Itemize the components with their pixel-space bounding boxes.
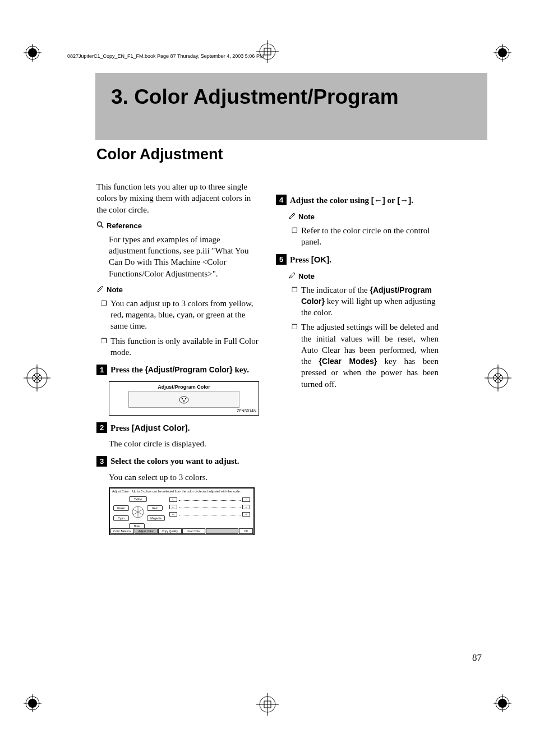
crop-mark [24, 44, 41, 62]
crop-mark [24, 365, 50, 391]
screenshot-header-left: Adjust Color [112, 490, 129, 493]
right-arrow-button[interactable]: → [242, 497, 250, 502]
step-4: 4 Adjust the color using [←] or [→]. [276, 195, 439, 206]
crop-mark [256, 693, 279, 716]
note-header: Note [288, 271, 439, 282]
button-label: [OK] [311, 255, 330, 264]
note-bullet: ❒ You can adjust up to 3 colors from yel… [101, 298, 259, 332]
left-column: Color Adjustment This function lets you … [96, 146, 259, 540]
green-button[interactable]: Green [113, 505, 129, 511]
step-text: Press the {Adjust/Program Color} key. [110, 365, 249, 376]
reference-header: Reference [96, 221, 259, 231]
ok-button[interactable]: OK [239, 528, 253, 534]
note-text: Refer to the color circle on the control… [301, 225, 439, 248]
left-arrow-button[interactable]: ← [169, 512, 177, 517]
crop-mark [256, 40, 279, 63]
content-area: Color Adjustment This function lets you … [96, 146, 487, 540]
bullet-icon: ❒ [101, 336, 107, 358]
yellow-button[interactable]: Yellow [129, 496, 147, 502]
pencil-icon [288, 271, 296, 282]
chapter-banner: 3. Color Adjustment/Program [95, 73, 487, 140]
step-suffix: . [329, 255, 331, 264]
or-text: or [385, 196, 397, 205]
cyan-button[interactable]: Cyan [113, 515, 129, 521]
step-5: 5 Press [OK]. [276, 254, 439, 266]
right-arrow-button[interactable]: → [242, 512, 250, 517]
slider-row: ← → [169, 505, 250, 509]
intro-text: This function lets you alter up to three… [96, 181, 259, 215]
slider-track[interactable] [179, 499, 241, 501]
color-wheel-area: Yellow Green Red Cyan Magenta Blue [111, 495, 167, 527]
page-header-line: 0827JupiterC1_Copy_EN_F1_FM.book Page 87… [67, 53, 487, 59]
bullet-icon: ❒ [292, 226, 298, 248]
note-text: You can adjust up to 3 colors from yello… [110, 298, 259, 332]
spacer [206, 528, 238, 534]
red-button[interactable]: Red [147, 505, 163, 511]
bullet-icon: ❒ [292, 285, 298, 319]
step1-image: Adjust/Program Color ZFNS014N [109, 381, 259, 416]
svg-point-33 [182, 398, 183, 399]
note-bullet: ❒ The indicator of the {Adjust/Program C… [292, 284, 439, 319]
chapter-title: 3. Color Adjustment/Program [111, 85, 399, 109]
adjust-color-tab[interactable]: Adjust Color [135, 528, 158, 534]
step-3: 3 Select the colors you want to adjust. [96, 456, 259, 467]
magenta-button[interactable]: Magenta [147, 515, 165, 521]
note-bullet: ❒ This function is only available in Ful… [101, 335, 259, 358]
crop-mark [494, 44, 511, 62]
key-label: Clear Modes [322, 357, 374, 366]
note-label: Note [298, 272, 315, 280]
key-label: Adjust/Program Color [148, 365, 229, 374]
copy-quality-tab[interactable]: Copy Quality [158, 528, 182, 534]
crop-mark [485, 365, 511, 391]
crop-mark [494, 694, 511, 712]
right-column: 4 Adjust the color using [←] or [→]. Not… [276, 146, 439, 540]
image-inner [128, 391, 239, 408]
screenshot-body: Yellow Green Red Cyan Magenta Blue ← → [110, 494, 253, 528]
note-text: This function is only available in Full … [110, 335, 259, 358]
step-text: Select the colors you want to adjust. [110, 456, 239, 467]
step-text: Press [Adjust Color]. [110, 422, 190, 434]
svg-line-31 [102, 225, 104, 228]
palette-icon [178, 395, 190, 404]
svg-point-30 [98, 222, 102, 226]
spacer [276, 146, 439, 188]
note-bullet: ❒ The adjusted settings will be deleted … [292, 321, 439, 390]
slider-track[interactable] [179, 506, 241, 508]
pencil-icon [288, 212, 296, 222]
slider-row: ← → [169, 512, 250, 517]
left-arrow-label: [←] [371, 195, 385, 205]
right-arrow-button[interactable]: → [242, 505, 250, 509]
svg-point-34 [185, 398, 186, 399]
image-label: Adjust/Program Color [112, 384, 256, 390]
step-subtext: You can select up to 3 colors. [109, 472, 259, 483]
crop-mark [24, 694, 41, 712]
step-suffix: . [188, 423, 190, 432]
color-balance-tab[interactable]: Color Balance [110, 528, 134, 534]
screenshot-header: Adjust Color Up to 3 colors can be selec… [110, 488, 253, 494]
left-arrow-button[interactable]: ← [169, 497, 177, 502]
bullet-icon: ❒ [292, 322, 298, 390]
left-arrow-button[interactable]: ← [169, 505, 177, 509]
user-color-tab[interactable]: User Color [182, 528, 206, 534]
svg-point-35 [183, 400, 185, 401]
step-number-icon: 5 [276, 254, 287, 265]
button-label: [Adjust Color] [132, 423, 188, 432]
step-number-icon: 1 [96, 365, 107, 375]
step-prefix: Press the [110, 365, 145, 374]
section-title: Color Adjustment [96, 146, 259, 163]
step-prefix: Press [290, 255, 311, 264]
magnify-icon [96, 221, 104, 231]
blue-button[interactable]: Blue [129, 523, 145, 529]
step-prefix: Adjust the color using [290, 196, 371, 205]
step-2: 2 Press [Adjust Color]. [96, 422, 259, 434]
step-number-icon: 3 [96, 456, 107, 467]
reference-text: For types and examples of image adjustme… [109, 234, 259, 279]
note-bullet: ❒ Refer to the color circle on the contr… [292, 225, 439, 248]
note-label: Note [107, 285, 123, 294]
note-header: Note [288, 212, 439, 222]
step3-screenshot: Adjust Color Up to 3 colors can be selec… [109, 487, 255, 535]
slider-track[interactable] [179, 513, 241, 515]
svg-point-32 [179, 397, 188, 403]
step-1: 1 Press the {Adjust/Program Color} key. [96, 365, 259, 376]
sliders-area: ← → ← → ← → [167, 495, 252, 527]
